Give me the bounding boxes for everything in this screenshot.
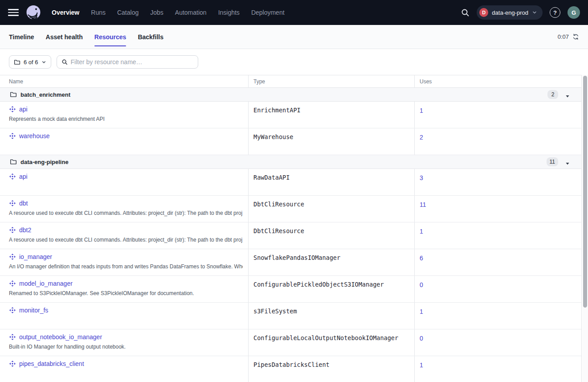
tab-timeline[interactable]: Timeline [9,25,34,49]
resource-type: PipesDatabricksClient [248,356,414,382]
resource-name-cell: model_io_managerRenamed to S3PickleIOMan… [0,276,248,302]
resources-table: Name Type Uses batch_enrichment2apiRepre… [0,75,582,382]
nav-item-runs[interactable]: Runs [91,9,106,16]
tab-asset-health[interactable]: Asset health [46,25,83,49]
resource-name-cell: monitor_fs [0,303,248,329]
resource-type: EnrichmentAPI [248,102,414,128]
tab-backfills[interactable]: Backfills [138,25,163,49]
resource-name-link[interactable]: api [19,173,28,180]
resource-uses-link[interactable]: 1 [420,308,423,315]
search-icon[interactable] [461,8,470,17]
group-row-data-eng-pipeline[interactable]: data-eng-pipeline11 [0,155,581,169]
vertical-scrollbar[interactable] [582,75,588,382]
resource-description: Built-in IO Manager for handling output … [9,344,243,350]
nav-item-automation[interactable]: Automation [175,9,207,16]
resource-uses-link[interactable]: 6 [420,255,423,262]
primary-nav: OverviewRunsCatalogJobsAutomationInsight… [52,9,285,16]
resource-uses-cell: 3 [414,169,581,195]
resource-uses-cell: 1 [414,303,581,329]
resource-name-link[interactable]: api [19,106,28,113]
resource-type: s3FileSystem [248,303,414,329]
resource-row-dbt2: dbt2A resource used to execute dbt CLI c… [0,222,581,249]
tabs: TimelineAsset healthResourcesBackfills [9,25,163,49]
resource-uses-cell: 1 [414,102,581,128]
resource-description: Represents a mock data enrichment API [9,116,243,122]
nav-item-overview[interactable]: Overview [52,9,79,16]
refresh-icon[interactable] [572,33,579,40]
tab-resources[interactable]: Resources [94,25,127,49]
resource-description: A resource used to execute dbt CLI comma… [9,237,243,243]
resource-uses-link[interactable]: 0 [420,281,423,288]
resource-name-cell: apiRepresents a mock data enrichment API [0,102,248,128]
resource-description: Renamed to S3PickleIOManager. See S3Pick… [9,290,243,296]
collapse-caret-icon[interactable] [565,92,570,97]
group-filter-label: 6 of 6 [24,59,38,66]
resource-row-pipes_databricks_client: pipes_databricks_clientPipesDatabricksCl… [0,356,581,382]
resource-description: An I/O manager definition that reads inp… [9,263,243,270]
deployment-name: data-eng-prod [492,9,528,16]
resource-uses-link[interactable]: 2 [420,134,423,141]
resource-uses-link[interactable]: 3 [420,174,423,181]
avatar[interactable]: G [568,6,580,19]
resource-icon [9,307,16,314]
resource-uses-cell: 1 [414,222,581,249]
filter-row: 6 of 6 [0,49,588,75]
resource-name-link[interactable]: monitor_fs [19,307,48,314]
table-header: Name Type Uses [0,75,581,88]
nav-item-jobs[interactable]: Jobs [150,9,163,16]
resource-row-io_manager: io_managerAn I/O manager definition that… [0,249,581,276]
group-name: data-eng-pipeline [20,159,69,165]
overview-tabbar: TimelineAsset healthResourcesBackfills 0… [0,25,588,49]
folder-icon [10,91,17,98]
column-header-name: Name [0,75,248,87]
resource-name-link[interactable]: io_manager [19,253,52,260]
group-filter-dropdown[interactable]: 6 of 6 [9,55,51,69]
resource-type: ConfigurablePickledObjectS3IOManager [248,276,414,302]
menu-icon[interactable] [8,7,19,18]
nav-item-insights[interactable]: Insights [218,9,240,16]
resource-name-link[interactable]: pipes_databricks_client [19,360,84,367]
resource-uses-link[interactable]: 1 [420,107,423,114]
resource-name-link[interactable]: dbt [19,200,28,207]
resource-uses-cell: 6 [414,249,581,275]
resource-uses-link[interactable]: 0 [420,335,423,342]
group-count-badge: 2 [547,90,558,99]
scrollbar-thumb[interactable] [583,76,587,308]
nav-item-catalog[interactable]: Catalog [117,9,139,16]
collapse-caret-icon[interactable] [565,160,570,164]
resource-row-monitor_fs: monitor_fss3FileSystem1 [0,303,581,329]
resource-uses-link[interactable]: 1 [420,228,423,235]
resource-name-link[interactable]: model_io_manager [19,280,73,287]
nav-item-deployment[interactable]: Deployment [251,9,285,16]
top-nav: OverviewRunsCatalogJobsAutomationInsight… [0,0,588,25]
group-row-batch_enrichment[interactable]: batch_enrichment2 [0,88,581,102]
resource-name-cell: pipes_databricks_client [0,356,248,382]
table-body: batch_enrichment2apiRepresents a mock da… [0,88,581,382]
resource-name-cell: api [0,169,248,195]
resource-icon [9,360,16,367]
resource-name-cell: warehouse [0,128,248,155]
group-name: batch_enrichment [20,91,70,98]
chevron-down-icon [41,60,46,65]
resource-row-dbt: dbtA resource used to execute dbt CLI co… [0,196,581,222]
resource-type: ConfigurableLocalOutputNotebookIOManager [248,329,414,356]
resource-uses-link[interactable]: 11 [420,201,426,208]
resource-name-link[interactable]: output_notebook_io_manager [19,333,102,341]
resource-uses-link[interactable]: 1 [420,361,423,369]
search-input[interactable] [71,58,193,66]
resource-description: A resource used to execute dbt CLI comma… [9,210,243,216]
resource-name-link[interactable]: dbt2 [19,226,31,234]
dagster-logo-icon[interactable] [25,4,42,21]
resource-row-warehouse: warehouseMyWarehouse2 [0,128,581,155]
resource-type: DbtCliResource [248,222,414,249]
resource-icon [9,333,16,341]
resource-uses-cell: 2 [414,128,581,155]
resource-icon [9,106,16,113]
resource-row-api: apiRawDataAPI3 [0,169,581,196]
help-icon[interactable]: ? [550,7,560,18]
resource-uses-cell: 1 [414,356,581,382]
deployment-switcher[interactable]: D data-eng-prod [477,5,543,20]
resource-type: RawDataAPI [248,169,414,195]
resource-uses-cell: 0 [414,276,581,302]
resource-name-link[interactable]: warehouse [19,132,50,140]
